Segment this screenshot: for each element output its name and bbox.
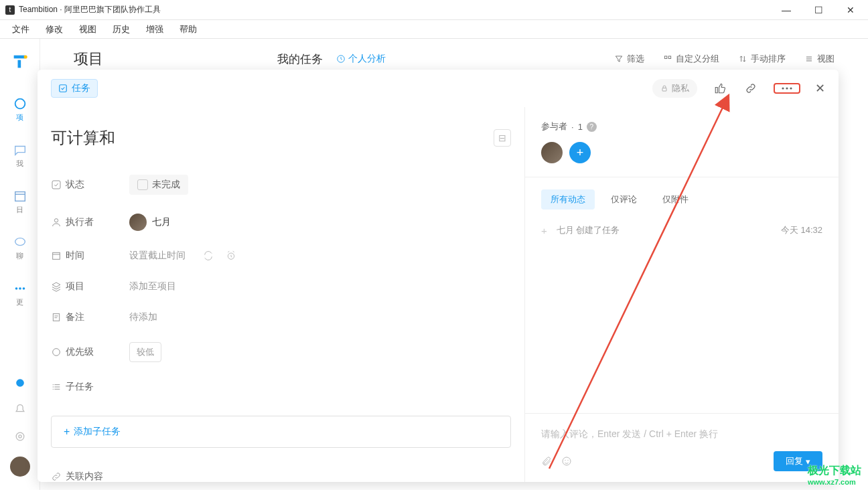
close-modal-button[interactable]: ✕	[815, 81, 825, 96]
assignee-select[interactable]: 七月	[129, 214, 171, 231]
field-project: 项目 添加至项目	[51, 271, 511, 302]
svg-point-6	[15, 238, 25, 246]
project-select[interactable]: 添加至项目	[129, 280, 176, 293]
person-icon	[51, 217, 62, 228]
link-icon	[745, 82, 757, 94]
gear-icon[interactable]	[13, 430, 27, 443]
sidebar-item-project[interactable]: 项	[13, 96, 27, 122]
filter-button[interactable]: 筛选	[614, 53, 644, 65]
view-button[interactable]: 视图	[804, 53, 835, 65]
link-field-icon	[51, 471, 62, 482]
svg-rect-24	[52, 181, 60, 189]
activity-time: 今天 14:32	[781, 224, 822, 236]
menu-view[interactable]: 视图	[72, 21, 103, 38]
personal-analysis-link[interactable]: 个人分析	[336, 53, 386, 65]
more-actions-button[interactable]	[774, 83, 800, 94]
expand-icon[interactable]: ⊟	[494, 129, 511, 147]
alarm-icon[interactable]	[226, 250, 236, 261]
watermark: 极光下载站 www.xz7.com	[808, 464, 861, 486]
svg-point-25	[54, 219, 58, 222]
field-subtask: 子任务	[51, 372, 511, 402]
lock-icon	[660, 84, 668, 92]
svg-point-11	[16, 432, 24, 440]
sidebar-label: 聊	[16, 251, 23, 261]
svg-point-43	[567, 460, 568, 461]
emoji-icon[interactable]	[561, 456, 572, 467]
clock-icon	[336, 54, 346, 64]
sidebar-item-chat[interactable]: 聊	[13, 235, 27, 261]
sidebar-label: 项	[16, 112, 23, 122]
help-icon[interactable]: ?	[587, 122, 597, 132]
minimize-button[interactable]: —	[780, 5, 793, 15]
svg-point-22	[786, 87, 788, 89]
bell-icon[interactable]	[13, 403, 27, 416]
like-button[interactable]	[712, 80, 728, 96]
menu-history[interactable]: 历史	[106, 21, 137, 38]
maximize-button[interactable]: ☐	[812, 5, 825, 15]
user-avatar[interactable]	[10, 457, 30, 477]
priority-select[interactable]: 较低	[129, 342, 161, 362]
app-icon: t	[5, 5, 15, 15]
menu-enhance[interactable]: 增强	[139, 21, 170, 38]
sidebar-item-more[interactable]: 更	[13, 281, 27, 307]
participant-avatar[interactable]	[541, 142, 563, 163]
sort-button[interactable]: 手动排序	[738, 53, 786, 65]
link-button[interactable]	[743, 80, 759, 96]
task-modal: 任务 隐私 ✕ 可计算和 ⊟	[38, 70, 839, 482]
svg-rect-4	[15, 192, 25, 201]
tab-comments-only[interactable]: 仅评论	[601, 189, 646, 210]
time-select[interactable]: 设置截止时间	[129, 250, 236, 262]
svg-point-21	[782, 87, 784, 89]
titlebar: t Teambition · 阿里巴巴旗下团队协作工具 — ☐ ✕	[0, 0, 868, 20]
checkbox-icon	[51, 179, 62, 190]
task-side-panel: 参与者 · 1 ? + 所有动态 仅评论 仅附件 + 七月	[525, 107, 839, 482]
privacy-pill[interactable]: 隐私	[652, 79, 697, 98]
task-check-icon	[58, 84, 68, 93]
calendar-field-icon	[51, 250, 62, 261]
page-title: 项目	[74, 49, 103, 69]
plus-activity-icon: +	[541, 225, 547, 236]
attachment-icon[interactable]	[541, 456, 552, 467]
activity-section: 所有动态 仅评论 仅附件 + 七月 创建了任务 今天 14:32	[525, 177, 839, 413]
status-select[interactable]: 未完成	[129, 175, 188, 195]
tab-my-tasks[interactable]: 我的任务	[277, 52, 323, 67]
comment-input[interactable]: 请输入评论，Enter 发送 / Ctrl + Enter 换行	[541, 424, 822, 451]
svg-point-38	[53, 389, 54, 390]
task-type-badge[interactable]: 任务	[51, 79, 98, 98]
sidebar-label: 我	[16, 159, 23, 169]
note-icon	[51, 312, 62, 323]
svg-point-7	[15, 287, 17, 290]
svg-point-10	[16, 379, 24, 387]
remark-input[interactable]: 待添加	[129, 311, 157, 323]
group-icon	[663, 54, 672, 64]
add-participant-button[interactable]: +	[569, 142, 591, 163]
field-priority: 优先级 较低	[51, 333, 511, 372]
repeat-icon[interactable]	[203, 250, 214, 261]
sidebar-label: 更	[16, 297, 23, 307]
add-subtask-button[interactable]: + 添加子任务	[51, 416, 511, 448]
list-icon	[51, 382, 62, 392]
activity-text: 七月 创建了任务	[557, 224, 620, 236]
tab-attachments-only[interactable]: 仅附件	[653, 189, 698, 210]
comment-box: 请输入评论，Enter 发送 / Ctrl + Enter 换行 回复 ▾	[525, 413, 839, 482]
calendar-icon	[13, 189, 27, 203]
close-window-button[interactable]: ✕	[844, 5, 857, 15]
sidebar-item-me[interactable]: 我	[13, 143, 27, 169]
sort-icon	[738, 54, 747, 64]
menu-edit[interactable]: 修改	[39, 21, 70, 38]
participants-label: 参与者	[541, 120, 567, 133]
svg-point-9	[22, 287, 25, 290]
window-title: Teambition · 阿里巴巴旗下团队协作工具	[19, 4, 780, 15]
activity-item: + 七月 创建了任务 今天 14:32	[541, 219, 822, 242]
field-assignee: 执行者 七月	[51, 204, 511, 240]
star-icon[interactable]	[13, 376, 27, 390]
menu-help[interactable]: 帮助	[173, 21, 204, 38]
sidebar-item-calendar[interactable]: 日	[13, 189, 27, 215]
tab-all-activity[interactable]: 所有动态	[541, 189, 595, 210]
menubar: 文件 修改 视图 历史 增强 帮助	[0, 20, 868, 39]
svg-point-41	[563, 457, 571, 465]
group-button[interactable]: 自定义分组	[663, 53, 719, 65]
menu-file[interactable]: 文件	[5, 21, 36, 38]
task-title[interactable]: 可计算和	[51, 127, 494, 149]
modal-header: 任务 隐私 ✕	[38, 70, 839, 107]
